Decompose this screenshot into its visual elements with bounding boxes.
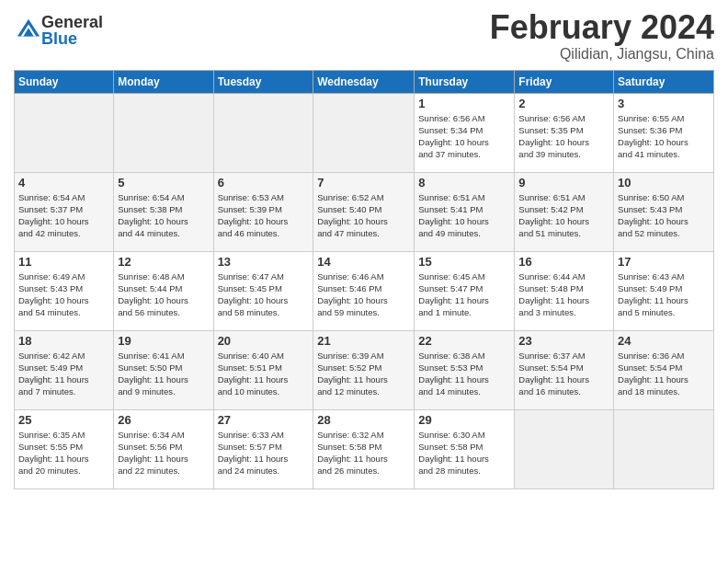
- day-info: Sunrise: 6:45 AM Sunset: 5:47 PM Dayligh…: [418, 270, 510, 319]
- day-number: 27: [218, 413, 310, 427]
- day-info: Sunrise: 6:51 AM Sunset: 5:41 PM Dayligh…: [418, 191, 510, 240]
- logo-general: General: [41, 14, 103, 30]
- col-thursday: Thursday: [415, 70, 515, 93]
- table-row: 9Sunrise: 6:51 AM Sunset: 5:42 PM Daylig…: [515, 172, 614, 251]
- table-row: 20Sunrise: 6:40 AM Sunset: 5:51 PM Dayli…: [213, 330, 313, 409]
- table-row: 24Sunrise: 6:36 AM Sunset: 5:54 PM Dayli…: [614, 330, 714, 409]
- week-row-0: 1Sunrise: 6:56 AM Sunset: 5:34 PM Daylig…: [15, 93, 714, 172]
- col-wednesday: Wednesday: [313, 70, 415, 93]
- table-row: [213, 93, 313, 172]
- day-number: 7: [317, 176, 410, 190]
- day-info: Sunrise: 6:47 AM Sunset: 5:45 PM Dayligh…: [218, 270, 310, 319]
- day-number: 24: [618, 334, 710, 348]
- week-row-4: 25Sunrise: 6:35 AM Sunset: 5:55 PM Dayli…: [15, 409, 714, 488]
- table-row: 23Sunrise: 6:37 AM Sunset: 5:54 PM Dayli…: [515, 330, 614, 409]
- table-row: 18Sunrise: 6:42 AM Sunset: 5:49 PM Dayli…: [15, 330, 114, 409]
- table-row: 25Sunrise: 6:35 AM Sunset: 5:55 PM Dayli…: [15, 409, 114, 488]
- day-info: Sunrise: 6:48 AM Sunset: 5:44 PM Dayligh…: [118, 270, 209, 319]
- table-row: 22Sunrise: 6:38 AM Sunset: 5:53 PM Dayli…: [415, 330, 515, 409]
- week-row-2: 11Sunrise: 6:49 AM Sunset: 5:43 PM Dayli…: [15, 251, 714, 330]
- main-container: General Blue February 2024 Qilidian, Jia…: [0, 0, 728, 494]
- day-number: 12: [118, 255, 209, 269]
- day-info: Sunrise: 6:54 AM Sunset: 5:38 PM Dayligh…: [118, 191, 209, 240]
- day-info: Sunrise: 6:50 AM Sunset: 5:43 PM Dayligh…: [618, 191, 710, 240]
- table-row: 2Sunrise: 6:56 AM Sunset: 5:35 PM Daylig…: [515, 93, 614, 172]
- day-info: Sunrise: 6:39 AM Sunset: 5:52 PM Dayligh…: [317, 350, 410, 398]
- day-info: Sunrise: 6:38 AM Sunset: 5:53 PM Dayligh…: [418, 350, 510, 398]
- day-number: 3: [618, 97, 710, 110]
- day-number: 19: [118, 334, 209, 348]
- table-row: [313, 93, 415, 172]
- table-row: 4Sunrise: 6:54 AM Sunset: 5:37 PM Daylig…: [15, 172, 114, 251]
- table-row: 1Sunrise: 6:56 AM Sunset: 5:34 PM Daylig…: [415, 93, 515, 172]
- day-number: 28: [317, 413, 410, 427]
- calendar-body: 1Sunrise: 6:56 AM Sunset: 5:34 PM Daylig…: [15, 93, 714, 488]
- table-row: 19Sunrise: 6:41 AM Sunset: 5:50 PM Dayli…: [114, 330, 213, 409]
- day-number: 1: [418, 97, 510, 110]
- day-info: Sunrise: 6:37 AM Sunset: 5:54 PM Dayligh…: [518, 350, 609, 398]
- week-row-3: 18Sunrise: 6:42 AM Sunset: 5:49 PM Dayli…: [15, 330, 714, 409]
- location: Qilidian, Jiangsu, China: [490, 46, 714, 63]
- day-number: 8: [418, 176, 510, 190]
- day-number: 13: [218, 255, 310, 269]
- table-row: 27Sunrise: 6:33 AM Sunset: 5:57 PM Dayli…: [213, 409, 313, 488]
- day-number: 15: [418, 255, 510, 269]
- calendar-header: Sunday Monday Tuesday Wednesday Thursday…: [15, 70, 714, 93]
- table-row: 29Sunrise: 6:30 AM Sunset: 5:58 PM Dayli…: [415, 409, 515, 488]
- table-row: 13Sunrise: 6:47 AM Sunset: 5:45 PM Dayli…: [213, 251, 313, 330]
- day-number: 2: [518, 97, 609, 110]
- day-info: Sunrise: 6:42 AM Sunset: 5:49 PM Dayligh…: [18, 350, 109, 398]
- logo: General Blue: [14, 14, 103, 47]
- table-row: 28Sunrise: 6:32 AM Sunset: 5:58 PM Dayli…: [313, 409, 415, 488]
- day-number: 14: [317, 255, 410, 269]
- day-info: Sunrise: 6:54 AM Sunset: 5:37 PM Dayligh…: [18, 191, 109, 240]
- day-number: 9: [518, 176, 609, 190]
- logo-text: General Blue: [41, 14, 103, 47]
- week-row-1: 4Sunrise: 6:54 AM Sunset: 5:37 PM Daylig…: [15, 172, 714, 251]
- logo-icon: [16, 17, 41, 43]
- table-row: [15, 93, 114, 172]
- day-info: Sunrise: 6:55 AM Sunset: 5:36 PM Dayligh…: [618, 112, 710, 161]
- day-info: Sunrise: 6:36 AM Sunset: 5:54 PM Dayligh…: [618, 350, 710, 398]
- table-row: 8Sunrise: 6:51 AM Sunset: 5:41 PM Daylig…: [415, 172, 515, 251]
- day-number: 18: [18, 334, 109, 348]
- day-info: Sunrise: 6:53 AM Sunset: 5:39 PM Dayligh…: [218, 191, 310, 240]
- day-info: Sunrise: 6:33 AM Sunset: 5:57 PM Dayligh…: [218, 429, 310, 477]
- table-row: 21Sunrise: 6:39 AM Sunset: 5:52 PM Dayli…: [313, 330, 415, 409]
- day-info: Sunrise: 6:56 AM Sunset: 5:34 PM Dayligh…: [418, 112, 510, 161]
- col-saturday: Saturday: [614, 70, 714, 93]
- table-row: [614, 409, 714, 488]
- day-info: Sunrise: 6:51 AM Sunset: 5:42 PM Dayligh…: [518, 191, 609, 240]
- day-info: Sunrise: 6:32 AM Sunset: 5:58 PM Dayligh…: [317, 429, 410, 477]
- day-info: Sunrise: 6:40 AM Sunset: 5:51 PM Dayligh…: [218, 350, 310, 398]
- day-number: 23: [518, 334, 609, 348]
- day-info: Sunrise: 6:43 AM Sunset: 5:49 PM Dayligh…: [618, 270, 710, 319]
- day-number: 25: [18, 413, 109, 427]
- table-row: 11Sunrise: 6:49 AM Sunset: 5:43 PM Dayli…: [15, 251, 114, 330]
- table-row: [515, 409, 614, 488]
- table-row: 14Sunrise: 6:46 AM Sunset: 5:46 PM Dayli…: [313, 251, 415, 330]
- day-number: 26: [118, 413, 209, 427]
- day-info: Sunrise: 6:49 AM Sunset: 5:43 PM Dayligh…: [18, 270, 109, 319]
- col-monday: Monday: [114, 70, 213, 93]
- day-number: 10: [618, 176, 710, 190]
- table-row: 6Sunrise: 6:53 AM Sunset: 5:39 PM Daylig…: [213, 172, 313, 251]
- col-friday: Friday: [515, 70, 614, 93]
- table-row: 12Sunrise: 6:48 AM Sunset: 5:44 PM Dayli…: [114, 251, 213, 330]
- table-row: [114, 93, 213, 172]
- title-section: February 2024 Qilidian, Jiangsu, China: [490, 9, 714, 63]
- table-row: 3Sunrise: 6:55 AM Sunset: 5:36 PM Daylig…: [614, 93, 714, 172]
- table-row: 17Sunrise: 6:43 AM Sunset: 5:49 PM Dayli…: [614, 251, 714, 330]
- month-title: February 2024: [490, 9, 714, 46]
- day-number: 6: [218, 176, 310, 190]
- day-info: Sunrise: 6:44 AM Sunset: 5:48 PM Dayligh…: [518, 270, 609, 319]
- day-number: 5: [118, 176, 209, 190]
- table-row: 16Sunrise: 6:44 AM Sunset: 5:48 PM Dayli…: [515, 251, 614, 330]
- calendar-table: Sunday Monday Tuesday Wednesday Thursday…: [14, 70, 714, 489]
- table-row: 10Sunrise: 6:50 AM Sunset: 5:43 PM Dayli…: [614, 172, 714, 251]
- day-number: 21: [317, 334, 410, 348]
- day-number: 4: [18, 176, 109, 190]
- day-number: 29: [418, 413, 510, 427]
- col-tuesday: Tuesday: [213, 70, 313, 93]
- table-row: 7Sunrise: 6:52 AM Sunset: 5:40 PM Daylig…: [313, 172, 415, 251]
